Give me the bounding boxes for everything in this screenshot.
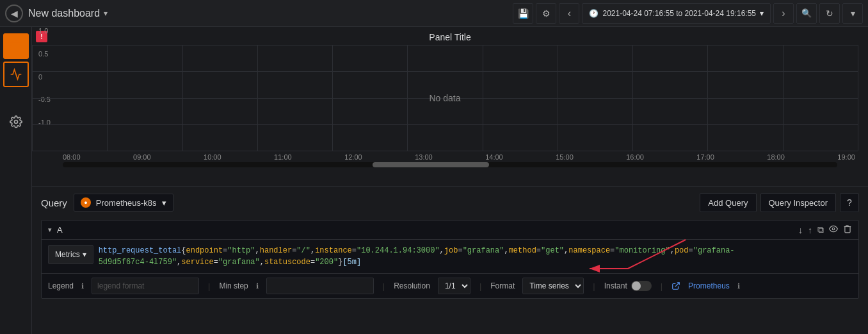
prometheus-external-link-icon	[671, 281, 680, 290]
datasource-name: Prometheus-k8s	[96, 198, 157, 208]
sidebar-settings-icon[interactable]	[3, 109, 29, 135]
chevron-down-icon: ▾	[104, 9, 108, 18]
datasource-selector[interactable]: ● Prometheus-k8s ▾	[74, 194, 173, 212]
query-row-actions: ↓ ↑ ⧉	[798, 224, 852, 235]
query-row-a: ▾ A ↓ ↑ ⧉	[41, 220, 859, 299]
back-button[interactable]: ◀	[5, 4, 23, 22]
x-label-18: 18:00	[767, 153, 785, 161]
x-label-08: 08:00	[63, 153, 81, 161]
settings-button[interactable]: ⚙	[536, 3, 556, 24]
x-label-11: 11:00	[274, 153, 292, 161]
minstep-info-icon[interactable]: ℹ	[256, 282, 259, 290]
x-axis-labels: 08:00 09:00 10:00 11:00 12:00 13:00 14:0…	[32, 151, 868, 161]
svg-line-4	[675, 283, 679, 287]
add-query-button[interactable]: Add Query	[700, 193, 756, 212]
x-label-15: 15:00	[556, 153, 574, 161]
sidebar-database-icon[interactable]	[3, 33, 29, 59]
resolution-select[interactable]: 1/1 1/2 1/3	[438, 278, 470, 294]
minstep-input[interactable]	[266, 278, 374, 294]
datasource-chevron: ▾	[162, 198, 166, 208]
back-icon: ◀	[11, 8, 18, 19]
query-input[interactable]: http_request_total{endpoint="http",handl…	[99, 245, 852, 268]
legend-label: Legend	[48, 281, 74, 290]
chart-area: ! Panel Title 1.0 0.5 0 -0.5 -1.0	[32, 27, 868, 334]
clock-icon: 🕐	[589, 9, 599, 18]
metrics-chevron: ▾	[83, 250, 86, 259]
toggle-thumb	[632, 281, 641, 290]
time-range-text: 2021-04-24 07:16:55 to 2021-04-24 19:16:…	[602, 9, 756, 18]
scrollbar-track[interactable]	[63, 162, 837, 167]
panel-title: Panel Title	[32, 27, 868, 45]
query-inspector-button[interactable]: Query Inspector	[760, 193, 837, 212]
zoom-button[interactable]: 🔍	[796, 3, 817, 24]
prometheus-link[interactable]: Prometheus	[688, 281, 730, 290]
x-label-17: 17:00	[696, 153, 714, 161]
sidebar-chart-icon[interactable]	[3, 62, 29, 87]
x-label-10: 10:00	[204, 153, 221, 161]
x-label-09: 09:00	[133, 153, 151, 161]
svg-point-2	[832, 228, 835, 230]
legend-info-icon[interactable]: ℹ	[81, 282, 84, 290]
instant-toggle-group: Instant	[604, 281, 652, 291]
query-label: Query	[41, 197, 67, 208]
prometheus-info-icon[interactable]: ℹ	[737, 282, 740, 290]
toggle-visibility-icon[interactable]	[829, 224, 838, 235]
label-key-endpoint: endpoint	[186, 246, 223, 255]
collapse-button[interactable]: ▾	[48, 226, 52, 234]
save-button[interactable]: 💾	[513, 3, 533, 24]
query-options-row: Legend ℹ | Min step ℹ | Resolution 1/1 1…	[42, 273, 858, 298]
panel-container: ! Panel Title 1.0 0.5 0 -0.5 -1.0	[32, 27, 868, 187]
resolution-label: Resolution	[394, 281, 430, 290]
instant-toggle-switch[interactable]	[631, 281, 652, 291]
chart-grid-area: No data	[32, 45, 858, 151]
x-label-19: 19:00	[837, 153, 855, 161]
dashboard-title: New dashboard	[28, 8, 100, 19]
no-data-label: No data	[429, 93, 460, 103]
refresh-dropdown-button[interactable]: ▾	[842, 3, 863, 24]
metrics-label: Metrics	[55, 250, 80, 259]
move-down-icon[interactable]: ↓	[798, 225, 803, 235]
x-label-13: 13:00	[415, 153, 433, 161]
format-label: Format	[490, 281, 515, 290]
query-text: http_request_total{endpoint="http",handl…	[99, 246, 735, 267]
metrics-button[interactable]: Metrics ▾	[48, 245, 93, 264]
minstep-label: Min step	[219, 281, 248, 290]
scrollbar-thumb[interactable]	[373, 162, 489, 167]
query-header: Query ● Prometheus-k8s ▾ Add Query Query…	[41, 193, 859, 212]
svg-point-1	[14, 121, 17, 124]
datasource-icon: ●	[81, 197, 91, 208]
top-bar: ◀ New dashboard ▾ 💾 ⚙ ‹ 🕐 2021-04-24 07:…	[0, 0, 868, 27]
prev-time-button[interactable]: ‹	[559, 3, 579, 24]
duplicate-icon[interactable]: ⧉	[817, 224, 824, 235]
label-val-endpoint: "http"	[227, 246, 255, 255]
legend-format-input[interactable]	[92, 278, 199, 294]
range-selector: [5m]	[342, 258, 361, 267]
metric-name: http_request_total	[99, 246, 182, 255]
x-label-12: 12:00	[344, 153, 362, 161]
x-label-14: 14:00	[485, 153, 503, 161]
time-range-picker[interactable]: 🕐 2021-04-24 07:16:55 to 2021-04-24 19:1…	[582, 3, 771, 24]
next-time-button[interactable]: ›	[773, 3, 794, 24]
x-label-16: 16:00	[626, 153, 644, 161]
dashboard-title-group[interactable]: New dashboard ▾	[28, 8, 108, 19]
move-up-icon[interactable]: ↑	[808, 225, 812, 235]
query-row-a-header: ▾ A ↓ ↑ ⧉	[42, 221, 858, 240]
time-range-chevron: ▾	[760, 9, 764, 18]
instant-label: Instant	[604, 281, 627, 290]
top-bar-right: 💾 ⚙ ‹ 🕐 2021-04-24 07:16:55 to 2021-04-2…	[513, 3, 863, 24]
query-header-buttons: Add Query Query Inspector ?	[700, 193, 859, 212]
query-row-label: A	[57, 225, 63, 235]
refresh-button[interactable]: ↻	[819, 3, 840, 24]
query-panel: Query ● Prometheus-k8s ▾ Add Query Query…	[32, 187, 868, 334]
format-select[interactable]: Time series Table Heatmap	[522, 278, 584, 294]
main-content: ! Panel Title 1.0 0.5 0 -0.5 -1.0	[0, 27, 868, 334]
left-sidebar	[0, 27, 32, 334]
help-button[interactable]: ?	[840, 193, 859, 212]
query-metrics-row: Metrics ▾ http_request_total{endpoint="h…	[42, 240, 858, 273]
y-label-1: 1.0	[38, 27, 51, 35]
delete-icon[interactable]	[843, 224, 852, 235]
